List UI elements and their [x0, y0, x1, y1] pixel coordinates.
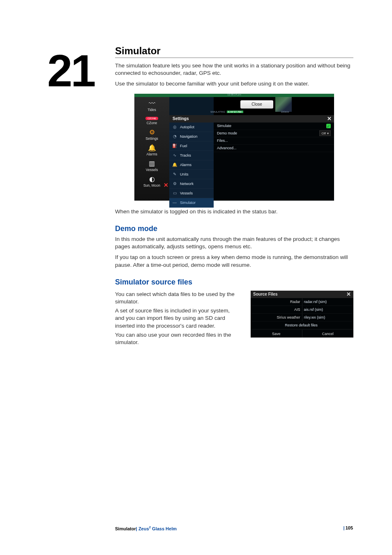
option-files[interactable]: Files...: [214, 137, 334, 145]
network-icon: ⚙: [172, 181, 178, 186]
source-row-sirius[interactable]: Sirius weather riley.wx (sim): [251, 314, 353, 321]
units-icon: ✎: [172, 172, 178, 176]
source-files-p2: A set of source files is included in you…: [115, 307, 238, 330]
source-row-radar[interactable]: Radar radar.rsf (sim): [251, 298, 353, 306]
settings-item-alarms[interactable]: 🔔Alarms: [169, 160, 214, 170]
close-icon[interactable]: ✕: [327, 115, 332, 123]
tracks-icon: ∿: [172, 153, 178, 157]
tool-tides[interactable]: 〰 Tides: [134, 99, 169, 114]
tool-settings-label: Settings: [145, 136, 158, 141]
restore-default-files[interactable]: Restore default files: [251, 321, 353, 329]
chapter-number: 21: [47, 44, 94, 97]
fuel-icon: ⛽: [172, 143, 178, 148]
settings-list: ◎Autopilot ◔Navigation ⛽Fuel ∿Tracks 🔔Al…: [169, 123, 214, 201]
tool-alarms[interactable]: 🔔 Alarms: [134, 143, 169, 159]
czone-badge: CZONE: [145, 117, 158, 120]
close-icon[interactable]: ✕: [346, 291, 351, 298]
status-bar: 12:08:14 pm: [134, 94, 334, 97]
settings-item-simulator[interactable]: —Simulator: [169, 198, 214, 208]
option-advanced[interactable]: Advanced...: [214, 145, 334, 152]
source-files-p3: You can also use your own recorded files…: [115, 331, 238, 346]
tool-settings[interactable]: ⚙ Settings: [134, 127, 169, 143]
intro-paragraph-2: Use the simulator to become familiar wit…: [115, 80, 353, 88]
tool-vessels-label: Vessels: [146, 168, 158, 172]
screenshot-settings-simulator: 12:08:14 pm 〰 Tides CZONE CZone ⚙ Settin…: [134, 94, 334, 201]
tool-sun-moon-label: Sun, Moon: [143, 183, 160, 187]
tides-icon: 〰: [134, 100, 169, 107]
source-row-ais[interactable]: AIS ais.rsf (sim): [251, 306, 353, 314]
tool-czone[interactable]: CZONE CZone: [134, 114, 169, 127]
vessels-list-icon: ▭: [172, 191, 178, 195]
vessels-icon: ▥: [134, 160, 169, 167]
demo-mode-dropdown[interactable]: Off▾: [319, 130, 331, 136]
page-number: 105: [346, 525, 353, 530]
section-demo-mode-heading: Demo mode: [115, 224, 353, 233]
tool-czone-label: CZone: [147, 121, 157, 125]
settings-item-units[interactable]: ✎Units: [169, 170, 214, 179]
cancel-button[interactable]: Cancel: [302, 329, 354, 338]
settings-dialog: Close SIMULATING S 44°37.756' 100kHz Set…: [169, 97, 214, 201]
settings-header-label: Settings: [173, 116, 189, 121]
after-screenshot-text: When the simulator is toggled on this is…: [115, 208, 353, 215]
page-footer: Simulator| Zeus2 Glass Helm |105: [115, 525, 353, 531]
option-demo-mode[interactable]: Demo mode Off▾: [214, 130, 334, 137]
footer-section: Simulator: [115, 526, 136, 531]
settings-item-autopilot[interactable]: ◎Autopilot: [169, 123, 214, 132]
simulator-options: Simulate Demo mode Off▾ Files... Advance…: [214, 123, 334, 201]
demo-mode-p2: If you tap on a touch screen or press a …: [115, 254, 353, 268]
screenshot-source-files: Source Files ✕ Radar radar.rsf (sim) AIS…: [251, 291, 353, 338]
alarms-icon: 🔔: [172, 162, 178, 167]
settings-item-vessels[interactable]: ▭Vessels: [169, 189, 214, 198]
source-files-title: Source Files: [253, 291, 277, 298]
source-files-p1: You can select which data files to be us…: [115, 291, 238, 305]
settings-item-network[interactable]: ⚙Network: [169, 179, 214, 189]
option-simulate[interactable]: Simulate: [214, 123, 334, 130]
simulate-checkbox[interactable]: [326, 124, 331, 128]
page-title: Simulator: [115, 45, 353, 57]
autopilot-icon: ◎: [172, 125, 178, 129]
tool-vessels[interactable]: ▥ Vessels: [134, 159, 169, 174]
intro-paragraph-1: The simulation feature lets you see how …: [115, 62, 353, 77]
settings-header: Settings ✕: [169, 115, 334, 123]
source-files-header: Source Files ✕: [251, 291, 353, 298]
map-thumb: [275, 97, 292, 112]
footer-bar: |: [344, 525, 345, 530]
bell-icon: 🔔: [134, 145, 169, 151]
title-rule: [115, 58, 353, 58]
status-bar-time: 12:08:14 pm: [227, 93, 241, 96]
settings-item-fuel[interactable]: ⛽Fuel: [169, 141, 214, 151]
gear-icon: ⚙: [134, 129, 169, 136]
simulator-icon: —: [172, 200, 178, 205]
save-button[interactable]: Save: [251, 329, 302, 338]
demo-mode-p1: In this mode the unit automatically runs…: [115, 236, 353, 250]
section-source-files-heading: Simulator source files: [115, 278, 353, 287]
settings-item-navigation[interactable]: ◔Navigation: [169, 132, 214, 141]
tool-sun-moon[interactable]: ◐ Sun, Moon ✕: [134, 174, 169, 190]
substatus-bar: SIMULATING S 44°37.756' 100kHz: [210, 111, 289, 113]
settings-item-tracks[interactable]: ∿Tracks: [169, 151, 214, 160]
close-x-icon[interactable]: ✕: [164, 182, 168, 188]
close-button[interactable]: Close: [240, 100, 273, 109]
tool-alarms-label: Alarms: [146, 152, 157, 156]
tool-tides-label: Tides: [148, 108, 156, 112]
navigation-icon: ◔: [172, 134, 178, 139]
tools-panel: 〰 Tides CZONE CZone ⚙ Settings 🔔 Alarms: [134, 97, 169, 201]
chevron-down-icon: ▾: [327, 130, 329, 137]
